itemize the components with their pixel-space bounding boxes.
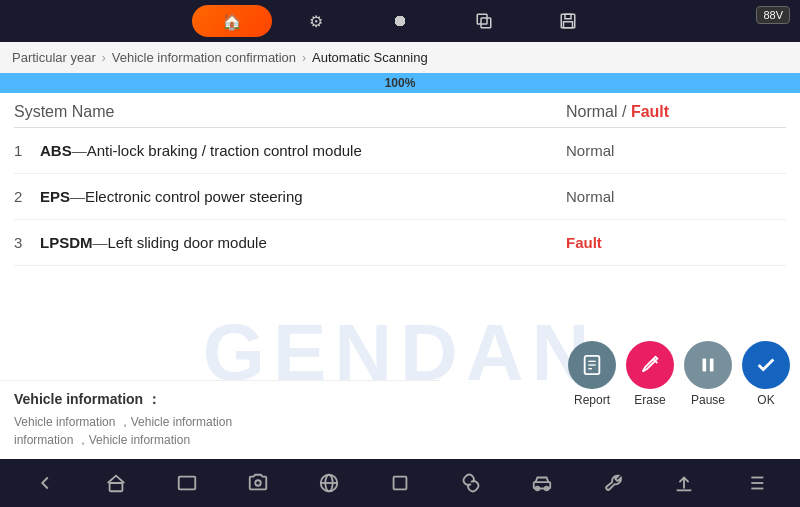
svg-rect-11 bbox=[710, 359, 714, 372]
row-status-1: Normal bbox=[566, 142, 786, 159]
top-navigation: 🏠 ⚙ ⏺ 88V bbox=[0, 0, 800, 42]
breadcrumb-item-2[interactable]: Vehicle information confirmation bbox=[112, 50, 296, 65]
nav-save-button[interactable] bbox=[528, 5, 608, 37]
svg-rect-1 bbox=[481, 18, 491, 28]
ok-label: OK bbox=[757, 393, 774, 407]
pause-label: Pause bbox=[691, 393, 725, 407]
table-row: 3 LPSDM—Left sliding door module Fault bbox=[14, 220, 786, 266]
breadcrumb-separator-2: › bbox=[302, 51, 306, 65]
bottom-home-button[interactable] bbox=[96, 465, 136, 501]
bottom-crop-button[interactable] bbox=[380, 465, 420, 501]
report-label: Report bbox=[574, 393, 610, 407]
battery-indicator: 88V bbox=[756, 6, 790, 24]
erase-label: Erase bbox=[634, 393, 665, 407]
row-status-3: Fault bbox=[566, 234, 786, 251]
svg-rect-10 bbox=[703, 359, 707, 372]
erase-button-group[interactable]: Erase bbox=[626, 341, 674, 407]
row-number-2: 2 bbox=[14, 188, 32, 205]
table-row: 2 EPS—Electronic control power steering … bbox=[14, 174, 786, 220]
bottom-car-button[interactable] bbox=[522, 465, 562, 501]
svg-point-14 bbox=[255, 480, 261, 486]
row-system-name-2: EPS—Electronic control power steering bbox=[40, 188, 566, 205]
breadcrumb: Particular year › Vehicle information co… bbox=[0, 42, 800, 73]
svg-rect-0 bbox=[477, 14, 487, 24]
bottom-link-button[interactable] bbox=[451, 465, 491, 501]
row-number-3: 3 bbox=[14, 234, 32, 251]
system-desc-1: Anti-lock braking / traction control mod… bbox=[87, 142, 362, 159]
ok-button-group[interactable]: OK bbox=[742, 341, 790, 407]
row-number-1: 1 bbox=[14, 142, 32, 159]
system-code-2: EPS bbox=[40, 188, 70, 205]
system-code-3: LPSDM bbox=[40, 234, 93, 251]
status-normal-label: Normal / bbox=[566, 103, 631, 120]
main-content: System Name Normal / Fault 1 ABS—Anti-lo… bbox=[0, 93, 800, 266]
table-header: System Name Normal / Fault bbox=[14, 93, 786, 128]
progress-label: 100% bbox=[0, 73, 800, 93]
row-system-name-3: LPSDM—Left sliding door module bbox=[40, 234, 566, 251]
bottom-wrench-button[interactable] bbox=[593, 465, 633, 501]
bottom-camera-button[interactable] bbox=[238, 465, 278, 501]
status-fault-label: Fault bbox=[631, 103, 669, 120]
nav-record-button[interactable]: ⏺ bbox=[360, 5, 440, 37]
breadcrumb-item-1[interactable]: Particular year bbox=[12, 50, 96, 65]
bottom-upload-button[interactable] bbox=[664, 465, 704, 501]
report-button-group[interactable]: Report bbox=[568, 341, 616, 407]
breadcrumb-item-3: Automatic Scanning bbox=[312, 50, 428, 65]
bottom-list-button[interactable] bbox=[735, 465, 775, 501]
svg-rect-3 bbox=[565, 14, 571, 19]
breadcrumb-separator-1: › bbox=[102, 51, 106, 65]
system-desc-2: Electronic control power steering bbox=[85, 188, 303, 205]
svg-rect-13 bbox=[179, 477, 196, 490]
report-button[interactable] bbox=[568, 341, 616, 389]
pause-button-group[interactable]: Pause bbox=[684, 341, 732, 407]
vehicle-info: Vehicle information ： Vehicle informatio… bbox=[0, 380, 440, 459]
vehicle-info-text-2: information ，Vehicle information bbox=[14, 431, 426, 449]
bottom-back-button[interactable] bbox=[25, 465, 65, 501]
system-code-1: ABS bbox=[40, 142, 72, 159]
action-buttons: Report Erase Pause OK bbox=[568, 341, 790, 407]
nav-settings-button[interactable]: ⚙ bbox=[276, 5, 356, 37]
bottom-navigation bbox=[0, 459, 800, 507]
system-desc-3: Left sliding door module bbox=[108, 234, 267, 251]
bottom-window-button[interactable] bbox=[167, 465, 207, 501]
row-status-2: Normal bbox=[566, 188, 786, 205]
column-header-status: Normal / Fault bbox=[566, 103, 786, 121]
svg-rect-18 bbox=[394, 477, 407, 490]
row-system-name-1: ABS—Anti-lock braking / traction control… bbox=[40, 142, 566, 159]
ok-button[interactable] bbox=[742, 341, 790, 389]
erase-button[interactable] bbox=[626, 341, 674, 389]
svg-rect-4 bbox=[564, 22, 573, 28]
column-header-name: System Name bbox=[14, 103, 566, 121]
progress-bar-container: 100% bbox=[0, 73, 800, 93]
nav-home-button[interactable]: 🏠 bbox=[192, 5, 272, 37]
svg-rect-12 bbox=[110, 483, 123, 491]
pause-button[interactable] bbox=[684, 341, 732, 389]
nav-copy-button[interactable] bbox=[444, 5, 524, 37]
vehicle-info-text-1: Vehicle information ，Vehicle information bbox=[14, 413, 426, 431]
bottom-globe-button[interactable] bbox=[309, 465, 349, 501]
table-row: 1 ABS—Anti-lock braking / traction contr… bbox=[14, 128, 786, 174]
battery-value: 88V bbox=[763, 9, 783, 21]
vehicle-info-title: Vehicle information ： bbox=[14, 391, 426, 409]
